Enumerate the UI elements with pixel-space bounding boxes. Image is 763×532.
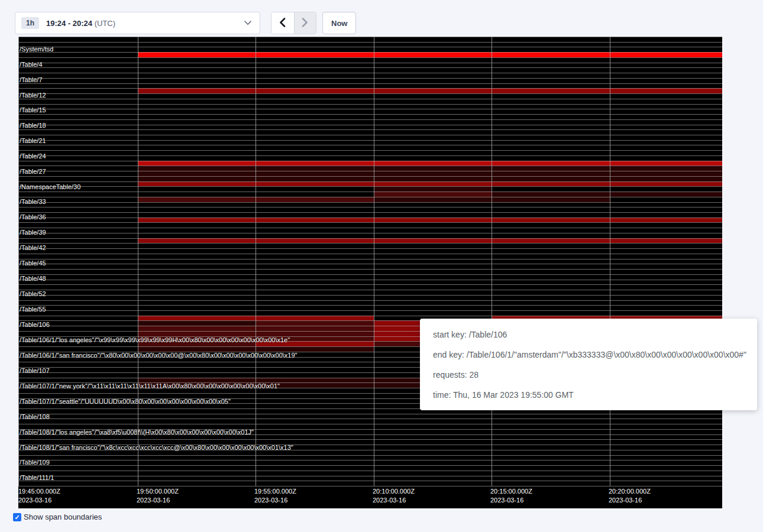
- tooltip-end-key: end key: /Table/106/1/"amsterdam"/"\xb33…: [433, 345, 750, 365]
- heatmap-cell[interactable]: [138, 52, 256, 57]
- heatmap-cell[interactable]: [374, 52, 492, 57]
- show-span-boundaries-label: Show span boundaries: [24, 512, 102, 521]
- row-label: /Table/109: [20, 458, 50, 466]
- span-boundary-line: [18, 171, 722, 171]
- span-boundary-line: [18, 37, 722, 37]
- row-label: /Table/55: [20, 305, 46, 313]
- span-boundary-line: [18, 269, 722, 270]
- tooltip-requests: requests: 28: [433, 365, 750, 385]
- heatmap-cell[interactable]: [492, 166, 610, 171]
- span-boundary-line: [18, 99, 722, 99]
- key-visualizer-canvas[interactable]: /System/tsd/Table/4/Table/7/Table/12/Tab…: [18, 37, 722, 508]
- row-label: /Table/108/1/"san francisco"/"\x8c\xcc\x…: [20, 443, 293, 452]
- heatmap-cell[interactable]: [610, 166, 722, 171]
- heatmap-cell[interactable]: [492, 171, 610, 176]
- prev-range-button[interactable]: [271, 12, 294, 34]
- show-span-boundaries-checkbox[interactable]: ✓: [13, 513, 21, 521]
- span-boundary-line: [18, 202, 722, 203]
- row-label: /Table/15: [20, 106, 46, 114]
- chevron-down-icon: [244, 21, 251, 25]
- row-label: /Table/52: [20, 290, 46, 298]
- heatmap-cell[interactable]: [256, 197, 374, 202]
- span-boundary-line: [18, 476, 722, 476]
- row-label: /System/tsd: [20, 45, 53, 53]
- time-range-duration-badge: 1h: [21, 17, 39, 29]
- time-range-select[interactable]: 1h 19:24 - 20:24 (UTC): [15, 12, 260, 34]
- span-boundary-line: [18, 52, 722, 53]
- span-boundary-line: [18, 78, 722, 79]
- heatmap-cell[interactable]: [610, 192, 722, 197]
- heatmap-cell[interactable]: [610, 171, 722, 176]
- span-boundary-line: [18, 243, 722, 244]
- row-label: /Table/24: [20, 152, 46, 160]
- tooltip-start-key: start key: /Table/106: [433, 325, 750, 345]
- heatmap-cell[interactable]: [256, 176, 374, 181]
- heatmap-cell[interactable]: [256, 166, 374, 171]
- heatmap-cell[interactable]: [374, 166, 492, 171]
- heatmap-cell[interactable]: [138, 320, 256, 326]
- heatmap-cell[interactable]: [138, 197, 256, 202]
- span-boundary-line: [18, 248, 722, 249]
- row-label: /Table/108: [20, 413, 50, 421]
- heatmap-cell[interactable]: [492, 176, 610, 181]
- row-label: /Table/7: [20, 76, 43, 84]
- span-boundary-line: [18, 471, 722, 471]
- span-boundary-line: [18, 254, 722, 254]
- heatmap-cell[interactable]: [374, 88, 492, 93]
- span-boundary-line: [18, 176, 722, 177]
- span-boundary-line: [18, 465, 722, 466]
- span-boundary-line: [18, 114, 722, 115]
- row-label: /Table/106/1/"san francisco"/"\x80\x00\x…: [20, 351, 298, 359]
- heatmap-cell[interactable]: [374, 192, 492, 197]
- heatmap-cell[interactable]: [492, 52, 610, 57]
- heatmap-cell[interactable]: [492, 197, 610, 202]
- x-axis-time-label: 19:50:00.000Z: [137, 488, 179, 495]
- heatmap-cell[interactable]: [492, 88, 610, 93]
- span-boundary-line: [18, 414, 722, 414]
- row-label: /Table/4: [20, 60, 43, 69]
- span-boundary-line: [18, 228, 722, 228]
- x-axis-date-label: 2023-03-16: [254, 497, 287, 504]
- row-label: /Table/108/1/"los angeles"/"\xa8\xf5\u00…: [20, 428, 254, 436]
- heatmap-cell[interactable]: [610, 176, 722, 181]
- span-boundary-line: [18, 264, 722, 264]
- time-gridline: [256, 37, 256, 486]
- span-boundary-line: [18, 259, 722, 259]
- time-gridline: [610, 37, 610, 486]
- span-boundary-line: [18, 57, 722, 58]
- row-label: /Table/12: [20, 91, 46, 99]
- heatmap-cell[interactable]: [138, 176, 256, 181]
- x-axis-time-label: 20:15:00.000Z: [490, 488, 532, 495]
- heatmap-cell[interactable]: [138, 171, 256, 176]
- heatmap-cell[interactable]: [256, 320, 374, 326]
- chevron-right-icon: [302, 18, 308, 29]
- heatmap-cell[interactable]: [610, 88, 722, 93]
- heatmap-cell[interactable]: [374, 176, 492, 181]
- now-button[interactable]: Now: [322, 12, 356, 34]
- heatmap-cell[interactable]: [256, 52, 374, 57]
- span-boundary-line: [18, 197, 722, 197]
- heatmap-cell[interactable]: [138, 166, 256, 171]
- next-range-button[interactable]: [294, 12, 316, 34]
- span-boundary-line: [18, 145, 722, 145]
- heatmap-cell[interactable]: [138, 326, 256, 331]
- heatmap-cell[interactable]: [374, 186, 492, 192]
- row-label: /Table/45: [20, 259, 46, 267]
- row-label: /Table/107/1/"seattle"/"UUUUUUD\x00\x80\…: [20, 397, 231, 406]
- span-boundary-line: [18, 218, 722, 218]
- x-axis-date-label: 2023-03-16: [373, 497, 406, 504]
- heatmap-cell[interactable]: [374, 171, 492, 176]
- span-boundary-line: [18, 419, 722, 419]
- heatmap-cell[interactable]: [492, 192, 610, 197]
- span-boundary-line: [18, 93, 722, 94]
- heatmap-cell[interactable]: [374, 197, 492, 202]
- heatmap-cell[interactable]: [610, 52, 722, 57]
- heatmap-cell[interactable]: [256, 326, 374, 331]
- heatmap-cell[interactable]: [256, 88, 374, 93]
- span-boundary-line: [18, 238, 722, 239]
- span-boundary-line: [18, 104, 722, 105]
- span-boundary-line: [18, 63, 722, 63]
- span-boundary-line: [18, 481, 722, 481]
- heatmap-cell[interactable]: [138, 88, 256, 93]
- heatmap-cell[interactable]: [256, 171, 374, 176]
